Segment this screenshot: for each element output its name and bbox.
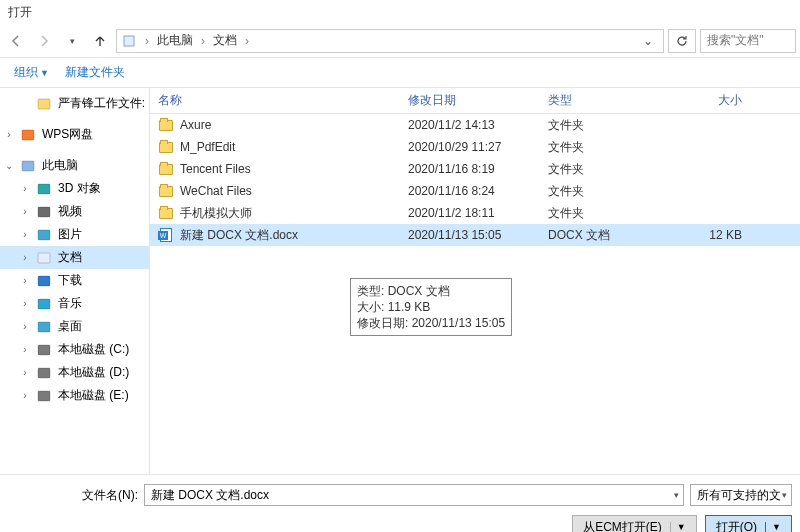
filename-input[interactable]: 新建 DOCX 文档.docx▾ — [144, 484, 684, 506]
breadcrumb-root[interactable]: 此电脑 — [157, 32, 193, 49]
expand-icon[interactable]: ⌄ — [4, 160, 14, 171]
3d-icon — [36, 181, 52, 197]
col-name[interactable]: 名称 — [150, 92, 400, 109]
svg-rect-11 — [38, 345, 50, 355]
video-icon — [36, 204, 52, 220]
search-input[interactable]: 搜索"文档" — [700, 29, 796, 53]
filetype-select[interactable]: 所有可支持的文▾ — [690, 484, 792, 506]
svg-rect-3 — [22, 161, 34, 171]
down-icon — [36, 273, 52, 289]
file-name: WeChat Files — [180, 184, 252, 198]
tree-label: 文档 — [58, 249, 82, 266]
file-name: 新建 DOCX 文档.docx — [180, 227, 298, 244]
forward-button[interactable] — [32, 29, 56, 53]
tree-item[interactable]: 严青锋工作文件: — [0, 92, 149, 115]
pics-icon — [36, 227, 52, 243]
expand-icon[interactable]: › — [20, 367, 30, 378]
tree-label: WPS网盘 — [42, 126, 93, 143]
disk-icon — [36, 388, 52, 404]
svg-rect-0 — [124, 36, 134, 46]
expand-icon[interactable]: › — [20, 229, 30, 240]
recent-dropdown[interactable]: ▾ — [60, 29, 84, 53]
address-dropdown[interactable]: ⌄ — [637, 34, 659, 48]
file-type: 文件夹 — [540, 183, 660, 200]
expand-icon[interactable]: › — [20, 252, 30, 263]
breadcrumb-seg[interactable]: 文档 — [213, 32, 237, 49]
svg-rect-12 — [38, 368, 50, 378]
expand-icon[interactable]: › — [20, 344, 30, 355]
tree-item[interactable]: ›文档 — [0, 246, 149, 269]
file-row[interactable]: WeChat Files2020/11/16 8:24文件夹 — [150, 180, 800, 202]
tree-item[interactable]: ›3D 对象 — [0, 177, 149, 200]
expand-icon[interactable]: › — [20, 321, 30, 332]
file-type: 文件夹 — [540, 161, 660, 178]
tree-item[interactable]: ›本地磁盘 (D:) — [0, 361, 149, 384]
docs-icon — [121, 33, 137, 49]
file-name: M_PdfEdit — [180, 140, 235, 154]
file-date: 2020/11/2 18:11 — [400, 206, 540, 220]
tree-item[interactable]: ⌄此电脑 — [0, 154, 149, 177]
file-date: 2020/11/16 8:24 — [400, 184, 540, 198]
chevron-right-icon[interactable]: › — [241, 34, 253, 48]
file-name: Axure — [180, 118, 211, 132]
tree-label: 本地磁盘 (D:) — [58, 364, 129, 381]
filename-dropdown-icon[interactable]: ▾ — [674, 490, 679, 500]
file-row[interactable]: M_PdfEdit2020/10/29 11:27文件夹 — [150, 136, 800, 158]
filename-label: 文件名(N): — [8, 487, 138, 504]
dialog-footer: 文件名(N): 新建 DOCX 文档.docx▾ 所有可支持的文▾ 从ECM打开… — [0, 474, 800, 532]
back-button[interactable] — [4, 29, 28, 53]
col-date[interactable]: 修改日期 — [400, 92, 540, 109]
new-folder-button[interactable]: 新建文件夹 — [59, 60, 131, 85]
expand-icon[interactable]: › — [20, 275, 30, 286]
svg-rect-7 — [38, 253, 50, 263]
svg-rect-5 — [38, 207, 50, 217]
expand-icon[interactable]: › — [20, 390, 30, 401]
file-type: 文件夹 — [540, 117, 660, 134]
tree-item[interactable]: ›本地磁盘 (C:) — [0, 338, 149, 361]
expand-icon[interactable]: › — [20, 298, 30, 309]
up-button[interactable] — [88, 29, 112, 53]
address-bar[interactable]: › 此电脑 › 文档 › ⌄ — [116, 29, 664, 53]
svg-rect-8 — [38, 276, 50, 286]
file-name: 手机模拟大师 — [180, 205, 252, 222]
nav-row: ▾ › 此电脑 › 文档 › ⌄ 搜索"文档" — [0, 24, 800, 58]
tree-item[interactable]: ›图片 — [0, 223, 149, 246]
refresh-button[interactable] — [668, 29, 696, 53]
chevron-right-icon[interactable]: › — [141, 34, 153, 48]
file-type: 文件夹 — [540, 139, 660, 156]
col-size[interactable]: 大小 — [660, 92, 750, 109]
file-row[interactable]: 手机模拟大师2020/11/2 18:11文件夹 — [150, 202, 800, 224]
expand-icon[interactable]: › — [20, 183, 30, 194]
chevron-right-icon[interactable]: › — [197, 34, 209, 48]
svg-rect-4 — [38, 184, 50, 194]
open-button[interactable]: 打开(O)▼ — [705, 515, 792, 532]
tree-item[interactable]: ›下载 — [0, 269, 149, 292]
col-type[interactable]: 类型 — [540, 92, 660, 109]
file-row[interactable]: 新建 DOCX 文档.docx2020/11/13 15:05DOCX 文档12… — [150, 224, 800, 246]
tree-item[interactable]: ›音乐 — [0, 292, 149, 315]
toolbar: 组织▼ 新建文件夹 — [0, 58, 800, 88]
file-size: 12 KB — [660, 228, 750, 242]
nav-tree[interactable]: 严青锋工作文件:›WPS网盘⌄此电脑›3D 对象›视频›图片›文档›下载›音乐›… — [0, 88, 150, 474]
svg-rect-9 — [38, 299, 50, 309]
expand-icon[interactable]: › — [4, 129, 14, 140]
file-row[interactable]: Axure2020/11/2 14:13文件夹 — [150, 114, 800, 136]
tree-label: 严青锋工作文件: — [58, 95, 145, 112]
svg-rect-1 — [38, 99, 50, 109]
folder-icon — [158, 139, 174, 155]
docs-icon — [36, 250, 52, 266]
organize-menu[interactable]: 组织▼ — [8, 60, 55, 85]
dialog-title: 打开 — [0, 0, 800, 24]
tree-item[interactable]: ›视频 — [0, 200, 149, 223]
expand-icon[interactable]: › — [20, 206, 30, 217]
tree-label: 下载 — [58, 272, 82, 289]
ecm-open-button[interactable]: 从ECM打开(E)▼ — [572, 515, 697, 532]
tree-item[interactable]: ›本地磁盘 (E:) — [0, 384, 149, 407]
file-row[interactable]: Tencent Files2020/11/16 8:19文件夹 — [150, 158, 800, 180]
column-headers[interactable]: 名称 修改日期 类型 大小 — [150, 88, 800, 114]
tree-item[interactable]: ›WPS网盘 — [0, 123, 149, 146]
music-icon — [36, 296, 52, 312]
disk-icon — [36, 365, 52, 381]
tree-item[interactable]: ›桌面 — [0, 315, 149, 338]
file-date: 2020/11/16 8:19 — [400, 162, 540, 176]
